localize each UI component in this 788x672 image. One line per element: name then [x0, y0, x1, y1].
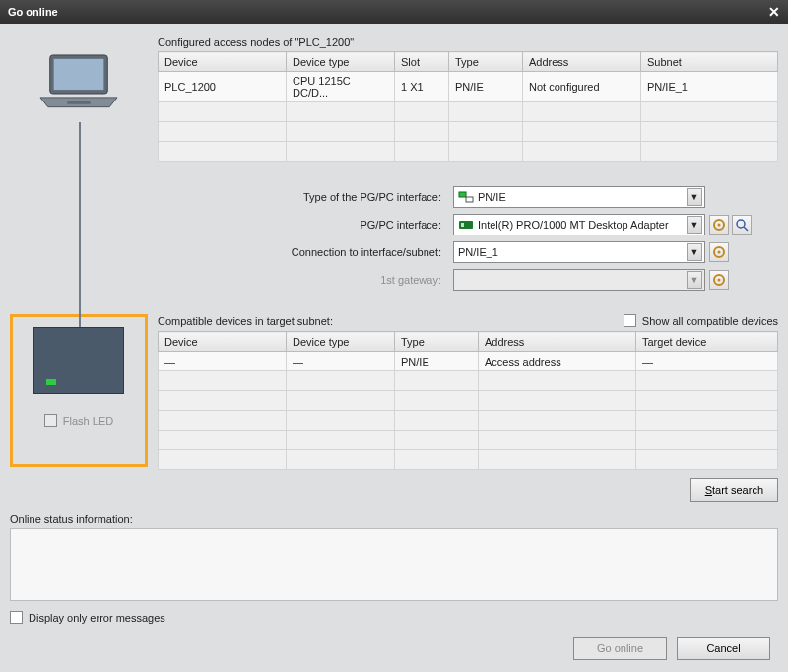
- svg-point-8: [718, 224, 721, 227]
- svg-rect-6: [461, 223, 464, 227]
- col-device-type[interactable]: Device type: [287, 52, 395, 72]
- selected-device-panel: Flash LED: [10, 314, 148, 467]
- col-device[interactable]: Device: [159, 332, 287, 352]
- table-row[interactable]: PLC_1200 CPU 1215C DC/D... 1 X1 PN/IE No…: [159, 72, 778, 102]
- cell-target: —: [636, 352, 778, 371]
- svg-rect-3: [459, 192, 466, 197]
- cell-subnet: PN/IE_1: [641, 72, 778, 102]
- network-icon: [458, 189, 474, 205]
- chevron-down-icon: ▼: [687, 271, 702, 289]
- cell-type: PN/IE: [449, 72, 523, 102]
- cell-device: —: [159, 352, 287, 371]
- table-row: [159, 371, 778, 391]
- chevron-down-icon[interactable]: ▼: [687, 216, 702, 234]
- iface-combo[interactable]: Intel(R) PRO/1000 MT Desktop Adapter ▼: [453, 214, 705, 235]
- table-row: [159, 391, 778, 411]
- plc-thumbnail: [33, 327, 124, 394]
- iface-type-label: Type of the PG/PC interface:: [158, 191, 453, 203]
- col-target[interactable]: Target device: [636, 332, 778, 352]
- svg-rect-1: [54, 59, 104, 90]
- col-address[interactable]: Address: [523, 52, 641, 72]
- table-row: [159, 450, 778, 470]
- col-slot[interactable]: Slot: [395, 52, 449, 72]
- cell-dtype: —: [287, 352, 395, 371]
- close-icon[interactable]: ✕: [768, 0, 780, 24]
- col-type[interactable]: Type: [449, 52, 523, 72]
- cell-type: PN/IE: [395, 352, 479, 371]
- search-iface-button[interactable]: [732, 215, 752, 235]
- cell-address: Access address: [479, 352, 636, 371]
- iface-label: PG/PC interface:: [158, 219, 453, 231]
- col-device-type[interactable]: Device type: [287, 332, 395, 352]
- cell-device: PLC_1200: [159, 72, 287, 102]
- svg-point-12: [718, 251, 721, 254]
- chevron-down-icon[interactable]: ▼: [687, 188, 702, 206]
- show-all-checkbox[interactable]: [624, 314, 636, 327]
- configured-nodes-label: Configured access nodes of "PLC_1200": [158, 34, 778, 51]
- svg-rect-4: [466, 197, 473, 202]
- compatible-devices-label: Compatible devices in target subnet:: [158, 315, 333, 327]
- svg-point-14: [718, 279, 721, 282]
- conn-label: Connection to interface/subnet:: [158, 246, 453, 258]
- flash-led-checkbox: [44, 414, 57, 427]
- combo-text: PN/IE_1: [458, 246, 684, 258]
- cell-address: Not configured: [523, 72, 641, 102]
- gateway-config-button[interactable]: [709, 270, 729, 290]
- table-row: [159, 431, 778, 450]
- svg-point-9: [737, 220, 745, 228]
- conn-combo[interactable]: PN/IE_1 ▼: [453, 241, 705, 263]
- gateway-label: 1st gateway:: [158, 274, 453, 286]
- combo-text: Intel(R) PRO/1000 MT Desktop Adapter: [478, 219, 684, 231]
- dialog-title: Go online: [8, 0, 58, 24]
- gateway-combo: ▼: [453, 269, 705, 291]
- iface-type-combo[interactable]: PN/IE ▼: [453, 186, 705, 208]
- status-label: Online status information:: [10, 513, 778, 525]
- cancel-button[interactable]: Cancel: [677, 637, 770, 660]
- svg-line-10: [744, 227, 748, 231]
- table-row[interactable]: — — PN/IE Access address —: [159, 352, 778, 371]
- status-textbox[interactable]: [10, 528, 778, 601]
- flash-led-label: Flash LED: [63, 415, 113, 427]
- display-errors-label: Display only error messages: [29, 612, 165, 624]
- start-search-button[interactable]: SStart searchtart search: [690, 478, 778, 502]
- compatible-devices-table[interactable]: Device Device type Type Address Target d…: [158, 331, 778, 470]
- table-row: [159, 411, 778, 431]
- chevron-down-icon[interactable]: ▼: [687, 243, 702, 261]
- connector-line: [79, 122, 81, 344]
- combo-text: PN/IE: [478, 191, 684, 203]
- cell-dtype: CPU 1215C DC/D...: [287, 72, 395, 102]
- col-type[interactable]: Type: [395, 332, 479, 352]
- show-all-label: Show all compatible devices: [642, 315, 778, 327]
- go-online-button: Go online: [573, 637, 667, 660]
- svg-rect-2: [67, 101, 90, 104]
- col-address[interactable]: Address: [479, 332, 636, 352]
- table-row: [159, 142, 778, 162]
- settings-iface-config-button[interactable]: [709, 215, 729, 235]
- table-row: [159, 122, 778, 142]
- conn-config-button[interactable]: [709, 242, 729, 262]
- adapter-icon: [458, 217, 474, 233]
- table-row: [159, 102, 778, 122]
- configured-nodes-table[interactable]: Device Device type Slot Type Address Sub…: [158, 51, 778, 162]
- cell-slot: 1 X1: [395, 72, 449, 102]
- col-device[interactable]: Device: [159, 52, 287, 72]
- col-subnet[interactable]: Subnet: [641, 52, 778, 72]
- laptop-icon: [38, 53, 119, 111]
- display-errors-checkbox[interactable]: [10, 611, 23, 624]
